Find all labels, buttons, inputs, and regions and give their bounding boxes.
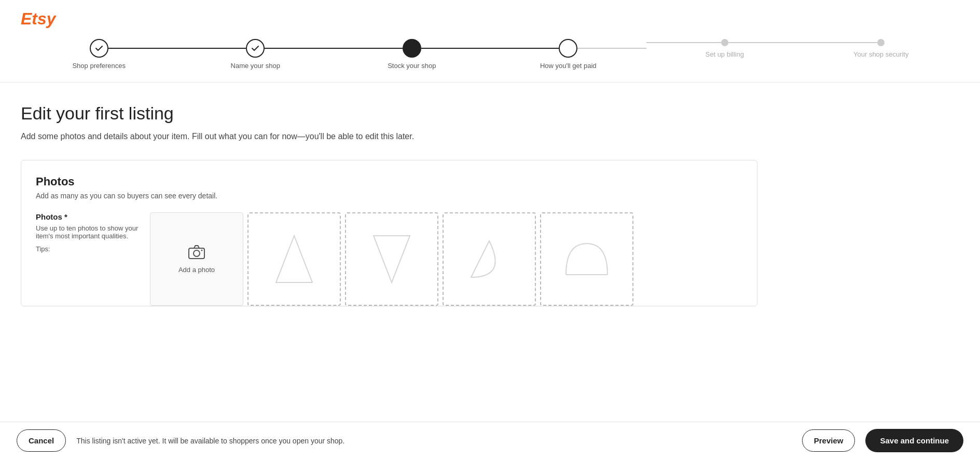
photos-section-title: Photos: [36, 175, 742, 188]
photo-placeholder-2[interactable]: [345, 212, 438, 306]
photos-card: Photos Add as many as you can so buyers …: [21, 160, 757, 306]
photo-placeholder-3[interactable]: [443, 212, 536, 306]
page-title: Edit your first listing: [21, 103, 757, 124]
step-label-your-shop-security: Your shop security: [853, 50, 908, 58]
step-label-name-your-shop: Name your shop: [231, 62, 280, 70]
svg-point-1: [194, 250, 200, 256]
photos-label-col: Photos * Use up to ten photos to show yo…: [36, 212, 150, 253]
step-label-how-youll-get-paid: How you'll get paid: [540, 62, 597, 70]
step-how-youll-get-paid: How you'll get paid: [490, 39, 647, 70]
header: Etsy Shop preferences: [0, 0, 980, 83]
step-label-stock-your-shop: Stock your shop: [388, 62, 436, 70]
step-circle-how-youll-get-paid: [559, 39, 577, 58]
step-your-shop-security: Your shop security: [803, 39, 960, 58]
etsy-logo: Etsy: [21, 9, 56, 29]
step-shop-preferences: Shop preferences: [21, 39, 177, 70]
photo-placeholder-1[interactable]: [247, 212, 341, 306]
photos-grid: Add a photo: [150, 212, 742, 306]
photos-hint: Use up to ten photos to show your item's…: [36, 224, 140, 240]
step-circle-name-your-shop: [246, 39, 265, 58]
photos-row: Photos * Use up to ten photos to show yo…: [36, 212, 742, 306]
page-subtitle: Add some photos and details about your i…: [21, 132, 757, 141]
step-circle-set-up-billing: [721, 39, 728, 46]
photos-section-subtitle: Add as many as you can so buyers can see…: [36, 192, 742, 200]
bottom-notice: This listing isn't active yet. It will b…: [76, 437, 792, 445]
progress-stepper: Shop preferences Name your shop: [21, 39, 959, 82]
step-circle-your-shop-security: [877, 39, 885, 46]
step-name-your-shop: Name your shop: [177, 39, 334, 70]
step-circle-stock-your-shop: [403, 39, 421, 58]
bottom-bar: Cancel This listing isn't active yet. It…: [0, 422, 980, 459]
photos-tips-label: Tips:: [36, 245, 140, 253]
svg-marker-4: [374, 236, 410, 282]
photos-field-label: Photos *: [36, 212, 140, 221]
step-stock-your-shop: Stock your shop: [334, 39, 490, 70]
main-content: Edit your first listing Add some photos …: [0, 83, 778, 369]
svg-marker-3: [276, 236, 312, 282]
add-photo-label: Add a photo: [178, 266, 215, 274]
camera-icon: [188, 245, 205, 263]
save-continue-button[interactable]: Save and continue: [865, 429, 963, 452]
preview-button[interactable]: Preview: [802, 429, 855, 452]
svg-point-2: [201, 250, 203, 251]
step-circle-shop-preferences: [90, 39, 108, 58]
cancel-button[interactable]: Cancel: [17, 429, 66, 452]
add-photo-slot[interactable]: Add a photo: [150, 212, 243, 306]
step-set-up-billing: Set up billing: [646, 39, 803, 58]
step-label-shop-preferences: Shop preferences: [72, 62, 126, 70]
step-label-set-up-billing: Set up billing: [706, 50, 744, 58]
photo-placeholder-4[interactable]: [540, 212, 633, 306]
